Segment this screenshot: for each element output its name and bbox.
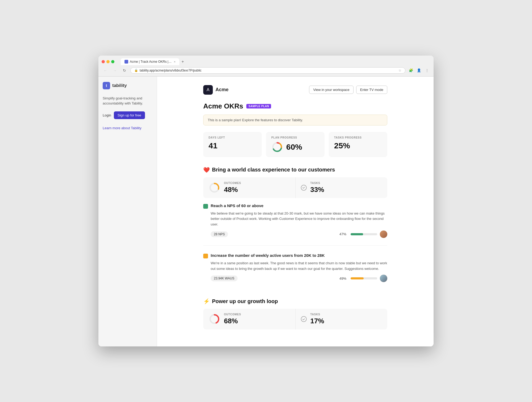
- objective-section-2: ⚡ Power up our growth loop: [203, 298, 387, 329]
- tasks-progress-value: 25%: [334, 141, 382, 150]
- objective-stats-card-1: OUTCOMES 48% TASKS: [203, 177, 387, 198]
- obj-outcomes-donut-1: [209, 182, 220, 194]
- forward-button[interactable]: →: [111, 67, 119, 74]
- kr-progress-fill-1: [351, 233, 363, 235]
- active-tab[interactable]: Acme | Track Acme OKRs | Tab... ×: [121, 58, 179, 65]
- kr-avatar-2: [380, 275, 387, 282]
- tasks-check-icon-1: [301, 185, 307, 191]
- sidebar-tagline: Simplify goal-tracking and accountabilit…: [103, 96, 152, 106]
- sample-notice: This is a sample plan! Explore the featu…: [203, 115, 387, 125]
- reload-button[interactable]: ↻: [121, 67, 128, 74]
- lock-icon: 🔒: [134, 69, 138, 72]
- tability-logo-text: tability: [112, 83, 127, 88]
- minimize-window-button[interactable]: [106, 60, 110, 63]
- obj-outcomes-info-2: OUTCOMES 68%: [224, 313, 241, 325]
- back-button[interactable]: ←: [102, 67, 109, 74]
- obj-outcomes-stat-2: OUTCOMES 68%: [203, 309, 295, 329]
- kr-avatar-img-2: [380, 275, 387, 282]
- tasks-check-icon-2: [301, 316, 307, 322]
- profile-icon[interactable]: 👤: [415, 67, 422, 74]
- objective-emoji-2: ⚡: [203, 298, 210, 304]
- browser-chrome: Acme | Track Acme OKRs | Tab... × + ← → …: [98, 56, 434, 77]
- kr-avatar-img-1: [380, 231, 387, 238]
- kr-percent-2: 49%: [339, 277, 348, 280]
- stats-row: DAYS LEFT 41 PLAN PROGRESS: [203, 132, 387, 157]
- browser-tabs: Acme | Track Acme OKRs | Tab... × +: [121, 58, 430, 65]
- close-window-button[interactable]: [102, 60, 105, 63]
- brand-name: Acme: [215, 87, 228, 93]
- more-options-icon[interactable]: ⋮: [423, 67, 430, 74]
- kr-progress-bar-1: [351, 233, 377, 235]
- objective-title-2: Power up our growth loop: [212, 298, 278, 304]
- kr-item-1: Reach a NPS of 60 or above We believe th…: [203, 203, 387, 246]
- tability-logo-icon: t: [103, 82, 110, 89]
- kr-footer-1: 28 NPS 47%: [203, 231, 387, 238]
- kr-footer-2: 23.94K WAUS 49%: [203, 275, 387, 282]
- enter-tv-mode-button[interactable]: Enter TV mode: [356, 86, 387, 94]
- objective-header-2: ⚡ Power up our growth loop: [203, 298, 387, 304]
- kr-progress-bar-2: [351, 277, 377, 279]
- toolbar-actions: 🧩 👤 ⋮: [408, 67, 430, 74]
- page-content: t tability Simplify goal-tracking and ac…: [98, 77, 434, 347]
- address-bar[interactable]: 🔒 tability.app/acme/plans/v8dxuf3exr7P/p…: [130, 67, 405, 74]
- kr-description-2: We're in a same position as last week. T…: [203, 261, 387, 272]
- extensions-icon[interactable]: 🧩: [408, 67, 414, 74]
- obj-outcomes-label-1: OUTCOMES: [224, 182, 241, 185]
- obj-outcomes-stat-1: OUTCOMES 48%: [203, 177, 295, 198]
- obj-outcomes-value-1: 48%: [224, 186, 241, 194]
- bookmark-icon: ☆: [398, 69, 401, 72]
- main-content: A Acme View in your workspace Enter TV m…: [157, 77, 434, 347]
- plan-progress-content: 60%: [271, 141, 319, 153]
- maximize-window-button[interactable]: [111, 60, 114, 63]
- days-left-value: 41: [209, 141, 256, 150]
- kr-title-row-2: Increase the number of weekly active use…: [203, 253, 387, 258]
- kr-progress-fill-2: [351, 277, 364, 279]
- plan-progress-donut: [271, 141, 283, 153]
- obj-tasks-value-1: 33%: [310, 186, 324, 194]
- obj-outcomes-info-1: OUTCOMES 48%: [224, 182, 241, 194]
- objective-section-1: ❤️ Bring a world class experience to our…: [203, 167, 387, 290]
- plan-header: A Acme View in your workspace Enter TV m…: [203, 85, 387, 95]
- objective-title-1: Bring a world class experience to our cu…: [212, 167, 335, 173]
- url-text: tability.app/acme/plans/v8dxuf3exr7P/pub…: [140, 69, 397, 72]
- tasks-progress-label: TASKS PROGRESS: [334, 136, 382, 139]
- plan-progress-card: PLAN PROGRESS 60%: [266, 132, 325, 157]
- kr-metric-badge-1: 28 NPS: [211, 231, 228, 237]
- tab-title: Acme | Track Acme OKRs | Tab...: [130, 60, 172, 64]
- sidebar-logo: t tability: [103, 82, 152, 89]
- objective-header-1: ❤️ Bring a world class experience to our…: [203, 167, 387, 173]
- plan-title: Acme OKRs: [203, 102, 243, 110]
- tab-close-button[interactable]: ×: [174, 60, 176, 63]
- plan-progress-label: PLAN PROGRESS: [271, 136, 319, 139]
- sidebar: t tability Simplify goal-tracking and ac…: [98, 77, 157, 347]
- obj-tasks-stat-2: TASKS 17%: [295, 309, 388, 329]
- main-inner: A Acme View in your workspace Enter TV m…: [197, 77, 394, 347]
- obj-outcomes-value-2: 68%: [224, 317, 241, 325]
- plan-title-row: Acme OKRs SAMPLE PLAN: [203, 102, 387, 110]
- header-actions: View in your workspace Enter TV mode: [309, 86, 387, 94]
- obj-outcomes-label-2: OUTCOMES: [224, 313, 241, 316]
- kr-metric-badge-2: 23.94K WAUS: [211, 275, 238, 281]
- kr-color-box-2: [203, 254, 208, 258]
- obj-tasks-value-2: 17%: [310, 317, 324, 325]
- kr-color-box-1: [203, 204, 208, 209]
- obj-tasks-stat-1: TASKS 33%: [295, 177, 388, 198]
- new-tab-button[interactable]: +: [179, 58, 186, 65]
- login-button[interactable]: Login: [103, 113, 111, 117]
- browser-toolbar: ← → ↻ 🔒 tability.app/acme/plans/v8dxuf3e…: [98, 65, 434, 76]
- objective-emoji-1: ❤️: [203, 167, 210, 173]
- traffic-lights: [102, 60, 114, 63]
- learn-more-link[interactable]: Learn more about Tability: [103, 126, 142, 130]
- kr-title-2: Increase the number of weekly active use…: [211, 253, 325, 258]
- sample-notice-text: This is a sample plan! Explore the featu…: [208, 118, 303, 122]
- obj-tasks-info-2: TASKS 17%: [310, 313, 324, 325]
- kr-percent-1: 47%: [339, 232, 348, 236]
- kr-description-1: We believe that we're going to be steady…: [203, 211, 387, 227]
- kr-progress-row-1: 47%: [339, 231, 387, 238]
- sample-plan-badge: SAMPLE PLAN: [246, 104, 271, 108]
- obj-tasks-info-1: TASKS 33%: [310, 182, 324, 194]
- view-workspace-button[interactable]: View in your workspace: [309, 86, 353, 94]
- brand-icon: A: [203, 85, 213, 95]
- signup-button[interactable]: Sign up for free: [114, 111, 145, 119]
- objective-stats-card-2: OUTCOMES 68% TASKS: [203, 309, 387, 329]
